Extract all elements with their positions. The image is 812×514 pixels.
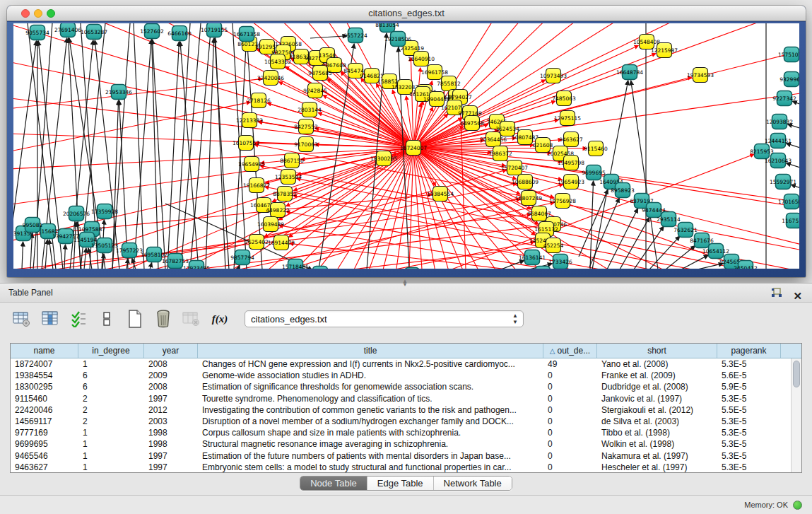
graph-node[interactable]	[235, 250, 250, 265]
graph-node[interactable]	[771, 153, 786, 168]
column-header-name[interactable]: name	[11, 344, 78, 358]
graph-node[interactable]	[172, 26, 187, 41]
network-canvas[interactable]: 1872400786012348912954122260589327509105…	[13, 23, 799, 269]
cell-options-icon[interactable]	[98, 310, 116, 328]
graph-node[interactable]	[313, 66, 328, 81]
graph-node[interactable]	[536, 138, 551, 153]
graph-node[interactable]	[25, 218, 40, 233]
graph-node[interactable]	[616, 183, 630, 198]
graph-node[interactable]	[709, 244, 724, 259]
graph-node[interactable]	[406, 141, 421, 156]
table-row[interactable]: 1830029562008Estimation of significance …	[11, 381, 791, 392]
graph-node[interactable]	[377, 151, 392, 166]
select-attributes-icon[interactable]	[69, 310, 88, 328]
table-row[interactable]: 946554611997Estimation of the future num…	[11, 450, 791, 462]
graph-node[interactable]	[507, 160, 522, 175]
graph-node[interactable]	[442, 76, 457, 91]
graph-node[interactable]	[207, 23, 222, 37]
table-row[interactable]: 1456911722003Disruption of a novel membe…	[11, 416, 791, 427]
graph-node[interactable]	[122, 243, 137, 258]
table-vertical-scrollbar[interactable]	[791, 358, 801, 472]
table-row[interactable]: 1938455462009Genome-wide association stu…	[11, 370, 791, 381]
graph-node[interactable]	[564, 132, 579, 147]
graph-node[interactable]	[257, 198, 271, 213]
close-panel-icon[interactable]: ✕	[793, 286, 802, 305]
graph-node[interactable]	[98, 238, 112, 253]
graph-node[interactable]	[518, 175, 533, 189]
table-row[interactable]: 946362711997Embryonic stem cells: a mode…	[11, 462, 791, 472]
graph-node[interactable]	[771, 134, 786, 148]
tab-edge-table[interactable]: Edge Table	[367, 477, 434, 490]
graph-node[interactable]	[98, 204, 112, 219]
graph-node[interactable]	[416, 87, 430, 102]
graph-node[interactable]	[739, 261, 753, 269]
graph-node[interactable]	[147, 247, 162, 262]
table-row[interactable]: 911546021997Tourette syndrome. Phenomeno…	[11, 393, 791, 404]
graph-node[interactable]	[623, 65, 637, 80]
graph-node[interactable]	[678, 223, 693, 238]
graph-node[interactable]	[784, 47, 799, 62]
splitter-handle[interactable]: ▲▼	[400, 279, 410, 284]
table-row[interactable]: 969969511998Structural magnetic resonanc…	[11, 438, 791, 450]
graph-node[interactable]	[308, 83, 323, 98]
graph-node[interactable]	[168, 254, 183, 269]
graph-node[interactable]	[245, 157, 259, 172]
graph-node[interactable]	[447, 100, 462, 115]
graph-node[interactable]	[546, 238, 561, 253]
graph-node[interactable]	[772, 115, 787, 129]
tab-node-table[interactable]: Node Table	[300, 477, 367, 490]
graph-node[interactable]	[522, 191, 536, 206]
graph-node[interactable]	[589, 141, 604, 156]
graph-node[interactable]	[260, 40, 275, 54]
column-header-title[interactable]: title	[198, 344, 543, 358]
graph-node[interactable]	[271, 54, 286, 69]
graph-node[interactable]	[348, 64, 363, 78]
graph-node[interactable]	[532, 206, 547, 221]
graph-node[interactable]	[564, 156, 579, 170]
graph-node[interactable]	[313, 267, 328, 269]
graph-node[interactable]	[264, 71, 278, 86]
new-attribute-icon[interactable]	[126, 310, 144, 328]
graph-node[interactable]	[560, 111, 575, 126]
show-columns-icon[interactable]	[41, 310, 59, 328]
graph-node[interactable]	[294, 49, 309, 64]
graph-node[interactable]	[61, 23, 76, 37]
delete-attribute-icon[interactable]	[154, 310, 172, 328]
graph-node[interactable]	[299, 119, 314, 134]
graph-node[interactable]	[661, 212, 676, 227]
graph-node[interactable]	[249, 178, 264, 193]
graph-node[interactable]	[80, 233, 95, 247]
graph-node[interactable]	[784, 72, 799, 87]
graph-node[interactable]	[657, 43, 672, 58]
graph-node[interactable]	[557, 91, 572, 106]
graph-node[interactable]	[285, 153, 300, 168]
graph-node[interactable]	[555, 194, 570, 209]
graph-node[interactable]	[647, 203, 661, 218]
graph-node[interactable]	[787, 214, 800, 228]
graph-node[interactable]	[430, 92, 445, 107]
column-header-in_degree[interactable]: in_degree	[78, 344, 144, 358]
graph-node[interactable]	[587, 165, 601, 180]
network-canvas-wrap[interactable]: 1872400786012348912954122260589327509105…	[13, 23, 799, 269]
graph-node[interactable]	[500, 122, 515, 136]
column-header-short[interactable]: short	[597, 344, 717, 358]
graph-node[interactable]	[525, 250, 540, 265]
graph-node[interactable]	[414, 52, 429, 66]
tab-network-table[interactable]: Network Table	[434, 477, 512, 490]
graph-node[interactable]	[240, 27, 254, 42]
table-settings-icon[interactable]	[13, 310, 31, 328]
graph-node[interactable]	[518, 130, 533, 145]
graph-node[interactable]	[112, 85, 126, 100]
graph-node[interactable]	[486, 132, 501, 147]
graph-node[interactable]	[242, 113, 257, 128]
graph-node[interactable]	[145, 24, 160, 39]
graph-node[interactable]	[428, 65, 442, 80]
scrollbar-thumb[interactable]	[793, 361, 800, 387]
window-titlebar[interactable]: citations_edges.txt	[7, 6, 806, 21]
graph-node[interactable]	[755, 144, 770, 159]
graph-node[interactable]	[776, 175, 791, 189]
graph-node[interactable]	[87, 25, 102, 40]
graph-node[interactable]	[433, 187, 448, 201]
graph-node[interactable]	[302, 103, 317, 117]
graph-node[interactable]	[564, 175, 579, 189]
